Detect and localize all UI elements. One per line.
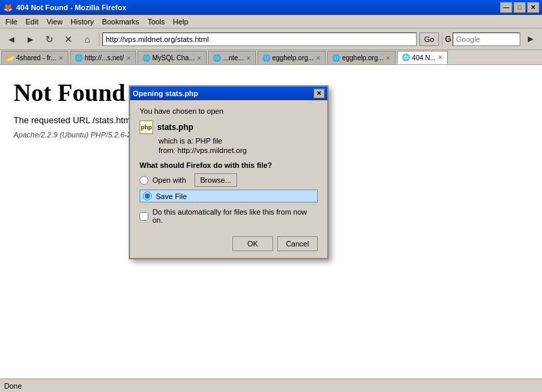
- back-button[interactable]: ◄: [3, 30, 20, 48]
- tab-label-404: 404 N...: [412, 54, 436, 62]
- dialog-close-button[interactable]: ✕: [314, 89, 325, 98]
- separator: [99, 32, 100, 46]
- window-title: 404 Not Found - Mozilla Firefox: [16, 3, 127, 12]
- tab-favicon-dots: 🌐: [213, 54, 221, 62]
- status-bar: Done: [0, 378, 542, 392]
- dialog-title-bar: Opening stats.php ✕: [130, 87, 327, 100]
- tab-http[interactable]: 🌐 http://...s.net/ ✕: [70, 51, 136, 64]
- menu-file[interactable]: File: [1, 16, 22, 27]
- tab-label-mysql: MySQL Cha...: [152, 54, 194, 62]
- search-button[interactable]: ▶: [522, 30, 539, 48]
- tab-egghelp2[interactable]: 🌐 egghelp.org... ✕: [327, 51, 396, 64]
- tab-close-http[interactable]: ✕: [126, 55, 131, 62]
- auto-check-label: Do this automatically for files like thi…: [152, 208, 318, 224]
- tab-close-egghelp1[interactable]: ✕: [316, 55, 321, 62]
- search-engine-icon: G: [445, 35, 451, 44]
- open-with-radio[interactable]: [140, 176, 148, 185]
- home-button[interactable]: ⌂: [79, 30, 96, 48]
- tab-4shared[interactable]: 📂 4shared - fr... ✕: [1, 51, 68, 64]
- address-bar: Go: [102, 32, 439, 46]
- page-content: Not Found The requested URL /stats.html …: [0, 65, 542, 378]
- reload-button[interactable]: ↻: [41, 30, 58, 48]
- search-input[interactable]: [453, 32, 520, 46]
- dialog-title: Opening stats.php: [133, 89, 199, 97]
- tab-close-404[interactable]: ✕: [438, 54, 443, 61]
- tab-label-nter: ...nte...: [223, 54, 244, 62]
- menu-tools[interactable]: Tools: [144, 16, 169, 27]
- auto-checkbox-row: Do this automatically for files like thi…: [140, 208, 318, 224]
- menu-view[interactable]: View: [43, 16, 67, 27]
- tab-label-egghelp2: egghelp.org...: [342, 54, 383, 62]
- open-with-row: Open with Browse...: [140, 173, 318, 187]
- window-controls: — □ ✕: [500, 2, 539, 13]
- tab-mysql[interactable]: 🌐 MySQL Cha... ✕: [138, 51, 207, 64]
- tab-label-http: http://...s.net/: [85, 54, 124, 62]
- separator2: [442, 32, 442, 46]
- save-file-radio[interactable]: [143, 192, 152, 200]
- file-icon: php: [140, 121, 153, 134]
- auto-checkbox[interactable]: [140, 212, 148, 221]
- window-icon: 🦊: [3, 2, 14, 13]
- menu-bookmarks[interactable]: Bookmarks: [98, 16, 144, 27]
- tab-label-egghelp1: egghelp.org...: [272, 54, 314, 62]
- tab-close-egghelp2[interactable]: ✕: [385, 55, 391, 62]
- cancel-button[interactable]: Cancel: [277, 236, 318, 251]
- ok-button[interactable]: OK: [232, 236, 273, 251]
- tabs-bar: 📂 4shared - fr... ✕ 🌐 http://...s.net/ ✕…: [0, 50, 542, 65]
- dialog-intro-text: You have chosen to open: [140, 107, 318, 115]
- tab-close-mysql[interactable]: ✕: [196, 55, 202, 62]
- tab-dots[interactable]: 🌐 ...nte... ✕: [208, 51, 256, 64]
- search-area: G ▶: [445, 30, 539, 48]
- address-input[interactable]: [102, 32, 417, 46]
- tab-404[interactable]: 🌐 404 N... ✕: [397, 51, 448, 64]
- go-button[interactable]: Go: [419, 32, 439, 46]
- tab-favicon-egghelp2: 🌐: [332, 54, 340, 62]
- browse-button[interactable]: Browse...: [194, 173, 238, 187]
- forward-button[interactable]: ►: [22, 30, 39, 48]
- menu-history[interactable]: History: [66, 16, 98, 27]
- tab-favicon-404: 🌐: [402, 53, 410, 62]
- tab-egghelp1[interactable]: 🌐 egghelp.org... ✕: [257, 51, 326, 64]
- maximize-button[interactable]: □: [514, 2, 526, 13]
- tab-favicon-mysql: 🌐: [142, 54, 150, 62]
- toolbar: ◄ ► ↻ ✕ ⌂ Go G ▶: [0, 28, 542, 50]
- dialog-section-label: What should Firefox do with this file?: [140, 161, 318, 169]
- menu-help[interactable]: Help: [169, 16, 192, 27]
- tab-close-4shared[interactable]: ✕: [58, 55, 64, 62]
- minimize-button[interactable]: —: [500, 2, 512, 13]
- open-with-label: Open with: [152, 176, 186, 184]
- dialog-buttons: OK Cancel: [140, 234, 318, 251]
- dialog-info-line1: which is a: PHP file: [159, 137, 318, 145]
- tab-close-dots[interactable]: ✕: [246, 55, 251, 62]
- dialog-file-row: php stats.php: [140, 121, 318, 134]
- tab-favicon-4shared: 📂: [6, 54, 14, 62]
- dialog-info-line2: from: http://vps.mildnet.org: [159, 146, 318, 154]
- tab-favicon-egghelp1: 🌐: [262, 54, 270, 62]
- opening-dialog: Opening stats.php ✕ You have chosen to o…: [129, 85, 329, 259]
- stop-button[interactable]: ✕: [60, 30, 77, 48]
- status-text: Done: [4, 382, 22, 390]
- menu-edit[interactable]: Edit: [22, 16, 43, 27]
- tab-favicon-http: 🌐: [75, 54, 83, 62]
- dialog-body: You have chosen to open php stats.php wh…: [130, 100, 327, 258]
- save-file-label: Save File: [156, 192, 187, 200]
- file-name: stats.php: [157, 123, 193, 132]
- dialog-overlay: Opening stats.php ✕ You have chosen to o…: [0, 65, 542, 378]
- save-file-row: Save File: [140, 190, 318, 202]
- close-button[interactable]: ✕: [527, 2, 539, 13]
- tab-label-4shared: 4shared - fr...: [16, 54, 56, 62]
- title-bar: 🦊 404 Not Found - Mozilla Firefox — □ ✕: [0, 0, 542, 15]
- menu-bar: File Edit View History Bookmarks Tools H…: [0, 15, 542, 28]
